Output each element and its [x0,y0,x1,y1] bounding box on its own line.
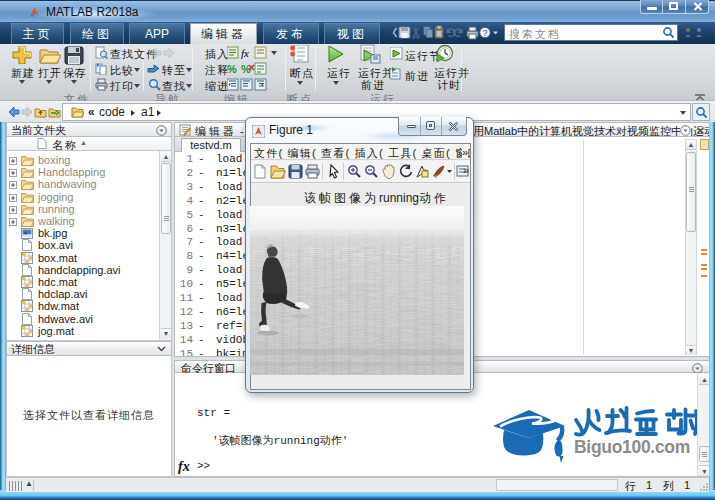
svg-text:Biguo100.com: Biguo100.com [574,437,690,457]
svg-text:fx: fx [241,47,249,59]
svg-text:%: % [227,63,237,75]
svg-text:?: ? [482,28,487,38]
